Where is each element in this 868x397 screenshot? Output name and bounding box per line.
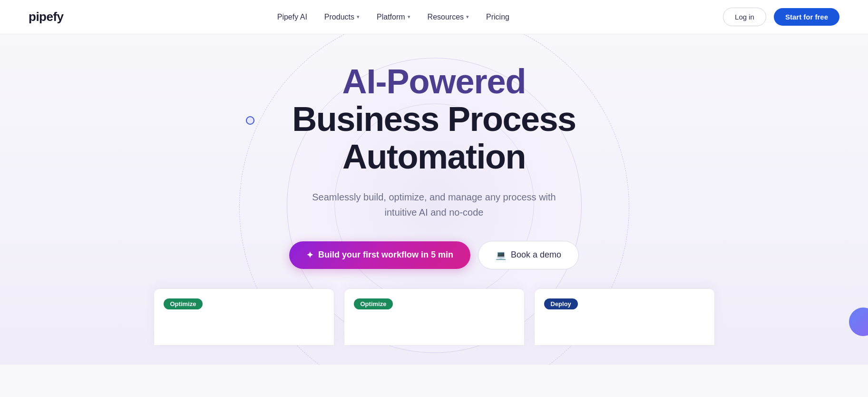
hero-title-ai: AI-Powered <box>220 63 648 100</box>
hero-subtitle: Seamlessly build, optimize, and manage a… <box>220 189 648 220</box>
nav-item-pricing[interactable]: Pricing <box>486 13 509 21</box>
nav-link-pipefy-ai[interactable]: Pipefy AI <box>277 13 307 21</box>
nav-link-pricing[interactable]: Pricing <box>486 13 509 21</box>
nav-item-products[interactable]: Products ▾ <box>324 13 360 21</box>
hero-buttons: ✦ Build your first workflow in 5 min 💻 B… <box>220 241 648 269</box>
navbar: pipefy Pipefy AI Products ▾ Platform ▾ R… <box>0 0 868 34</box>
sparkle-icon: ✦ <box>306 250 313 260</box>
nav-links: Pipefy AI Products ▾ Platform ▾ Resource… <box>277 13 509 21</box>
card-preview-2: Optimize <box>344 288 525 346</box>
start-for-free-button[interactable]: Start for free <box>774 8 839 26</box>
hero-section: AI-Powered Business Process Automation S… <box>0 34 868 365</box>
nav-link-products[interactable]: Products ▾ <box>324 13 360 21</box>
chevron-down-icon: ▾ <box>357 14 360 20</box>
nav-item-pipefy-ai[interactable]: Pipefy AI <box>277 13 307 21</box>
chevron-down-icon: ▾ <box>408 14 410 20</box>
bottom-cards-preview: Optimize Optimize Deploy <box>10 288 858 346</box>
hero-title-main: Business Process Automation <box>220 100 648 176</box>
badge-optimize-2: Optimize <box>354 298 393 309</box>
nav-link-resources[interactable]: Resources ▾ <box>428 13 469 21</box>
nav-link-platform[interactable]: Platform ▾ <box>377 13 410 21</box>
badge-deploy-1: Deploy <box>544 298 578 309</box>
laptop-icon: 💻 <box>496 250 506 260</box>
chevron-down-icon: ▾ <box>466 14 469 20</box>
book-demo-button[interactable]: 💻 Book a demo <box>478 241 579 269</box>
nav-actions: Log in Start for free <box>723 8 839 26</box>
build-workflow-button[interactable]: ✦ Build your first workflow in 5 min <box>289 241 470 269</box>
nav-item-platform[interactable]: Platform ▾ <box>377 13 410 21</box>
hero-content: AI-Powered Business Process Automation S… <box>220 63 648 269</box>
logo[interactable]: pipefy <box>29 10 64 24</box>
badge-optimize-1: Optimize <box>164 298 203 309</box>
login-button[interactable]: Log in <box>723 8 766 26</box>
card-preview-3: Deploy <box>534 288 715 346</box>
card-preview-1: Optimize <box>154 288 334 346</box>
nav-item-resources[interactable]: Resources ▾ <box>428 13 469 21</box>
